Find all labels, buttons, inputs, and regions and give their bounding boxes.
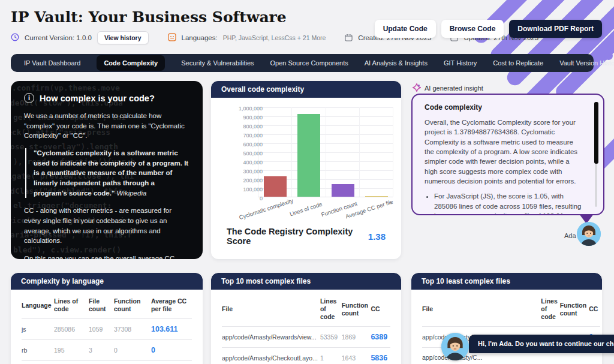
table-cell: 285086 — [54, 319, 89, 340]
languages-icon — [168, 33, 176, 43]
column-header: CC — [589, 291, 600, 327]
table-header: Top 10 least complex files — [411, 273, 602, 290]
tab-security-vulnerabilities[interactable]: Security & Vulnerabilities — [181, 59, 254, 67]
tab-code-complexity[interactable]: Code Complexity — [97, 55, 165, 71]
table-cell: 195 — [54, 340, 89, 361]
update-code-button[interactable]: Update Code — [375, 20, 436, 38]
column-header: Function count — [560, 291, 589, 327]
ai-insight-content[interactable]: Code complexity Overall, the Cyclomatic … — [413, 95, 603, 214]
column-header: Lines of code — [541, 291, 559, 327]
info-paragraph-3: On this page you can see the overall ave… — [24, 254, 189, 259]
table-header-row: FileLines of codeFunction countCC — [422, 291, 600, 327]
column-header: Function count — [114, 291, 151, 319]
languages-value: PHP, JavaScript, LessCss + 21 More — [223, 34, 326, 41]
column-header: Language — [22, 291, 54, 319]
bar-average-cc-per-file[interactable] — [365, 196, 388, 197]
chart-card: Overall code complexity 0100,000200,0003… — [211, 81, 401, 259]
ai-insight-bubble: Code complexity Overall, the Cyclomatic … — [411, 94, 604, 215]
y-tick-label: 1,000,000 — [221, 106, 263, 112]
table-cell: 586 — [151, 361, 192, 364]
table-header: Complexity by language — [11, 273, 203, 290]
ai-insight-label: AI generated insight — [425, 85, 483, 92]
table-row[interactable]: app/code/Amasty/CheckoutLayo...116435836 — [222, 348, 390, 364]
x-axis-label: Lines of code — [289, 201, 323, 218]
column-header: File — [422, 291, 541, 327]
table-cell: 37308 — [114, 319, 151, 340]
table-cell: 2963 — [54, 361, 89, 364]
table-cell: js — [22, 319, 54, 340]
tab-vault-version-history[interactable]: Vault Version History — [559, 59, 614, 67]
table-cell: 6389 — [371, 327, 390, 348]
table-header-row: LanguageLines of codeFile countFunction … — [22, 291, 192, 319]
column-header: CC — [371, 291, 390, 327]
bar-cyclomatic-complexity[interactable] — [264, 176, 287, 197]
quote-source: Wikipedia — [117, 189, 147, 197]
bar-chart: 0100,000200,000300,000400,000500,000600,… — [211, 98, 401, 221]
bar-lines-of-code[interactable] — [297, 114, 320, 197]
chat-agent-avatar[interactable] — [441, 333, 469, 360]
table-cell: 0 — [114, 340, 151, 361]
most-complex-files-table: FileLines of codeFunction countCCapp/cod… — [222, 291, 390, 364]
table-cell: rb — [22, 340, 54, 361]
info-card: w.confirm(vp.themes.movedeOut("slow"), t… — [11, 81, 203, 259]
column-header: Lines of code — [320, 291, 342, 327]
column-header: Lines of code — [54, 291, 89, 319]
score-value: 1.38 — [368, 231, 386, 242]
chart-card-header: Overall code complexity — [211, 81, 401, 98]
bar-function-count[interactable] — [332, 184, 354, 197]
tab-ai-analysis-insights[interactable]: AI Analysis & Insights — [365, 59, 428, 67]
table-row[interactable]: app/code/Amasty/Rewards/view...533591869… — [222, 327, 390, 348]
table-cell: 103.611 — [151, 319, 192, 340]
table-cell: 1 — [89, 361, 114, 364]
header-actions: Update Code Browse Code Download PDF Rep… — [375, 20, 602, 38]
agent-name: Ada — [564, 232, 576, 239]
y-tick-label: 400,000 — [221, 160, 263, 166]
table-header-row: FileLines of codeFunction countCC — [222, 291, 390, 327]
table-cell: 5836 — [371, 348, 390, 364]
tab-cost-to-replicate[interactable]: Cost to Replicate — [493, 59, 543, 67]
page: IP Vault: Your Business Software Current… — [0, 0, 614, 364]
table-row[interactable]: js285086105937308103.611 — [22, 319, 192, 340]
table-row[interactable]: rb195300 — [22, 340, 192, 361]
ai-insight-heading: Code complexity — [425, 103, 584, 112]
ai-scrollbar-thumb[interactable] — [594, 102, 598, 164]
complexity-score-row: The Code Registry Complexity Score 1.38 — [211, 227, 401, 246]
tab-ip-vault-dashboard[interactable]: IP Vault Dashboard — [24, 59, 80, 67]
info-paragraph-1: We use a number of metrics to calculate … — [24, 111, 189, 141]
table-cell: ts — [22, 361, 54, 364]
ada-avatar[interactable] — [577, 222, 601, 246]
gridline-vertical — [393, 107, 393, 197]
tab-git-history[interactable]: GIT History — [444, 59, 477, 67]
gridline-vertical — [291, 107, 292, 197]
chat-bubble[interactable]: Hi, I'm Ada. Do you want to continue our… — [469, 335, 614, 353]
table-cell: 3 — [89, 340, 114, 361]
table-cell: 1643 — [342, 348, 371, 364]
info-quote: "Cyclomatic complexity is a software met… — [25, 148, 189, 198]
complexity-by-language-table: LanguageLines of codeFile countFunction … — [22, 291, 192, 364]
table-cell: 53359 — [320, 327, 342, 348]
table-cell: 1869 — [342, 327, 371, 348]
column-header: Average CC per file — [151, 291, 192, 319]
gridline-vertical — [359, 107, 360, 197]
table-row[interactable]: ts29631586586 — [22, 361, 192, 364]
table-cell: 1 — [320, 348, 342, 364]
table-cell: app/code/Amasty/Rewards/view... — [222, 327, 320, 348]
browse-code-button[interactable]: Browse Code — [441, 20, 504, 38]
info-paragraph-2: CC - along with other metrics - are meas… — [24, 206, 189, 246]
info-icon: i — [24, 93, 34, 103]
info-heading: How complex is your code? — [40, 94, 155, 103]
column-header: File count — [89, 291, 114, 319]
view-history-button[interactable]: View history — [97, 31, 149, 44]
table-cell: 1059 — [89, 319, 114, 340]
download-pdf-report-button[interactable]: Download PDF Report — [509, 20, 602, 38]
page-title: IP Vault: Your Business Software — [11, 8, 287, 26]
y-tick-label: 800,000 — [221, 124, 263, 130]
tab-open-source-components[interactable]: Open Source Components — [270, 59, 348, 67]
ai-insight-paragraph: Overall, the Cyclomatic Complexity score… — [425, 118, 584, 186]
column-header: File — [222, 291, 320, 327]
calendar-icon — [345, 34, 353, 43]
table-cell: app/code/Amasty/CheckoutLayo... — [222, 348, 320, 364]
most-complex-files-card: Top 10 most complex files FileLines of c… — [211, 273, 401, 364]
table-cell: 0 — [151, 340, 192, 361]
table-cell: 586 — [114, 361, 151, 364]
